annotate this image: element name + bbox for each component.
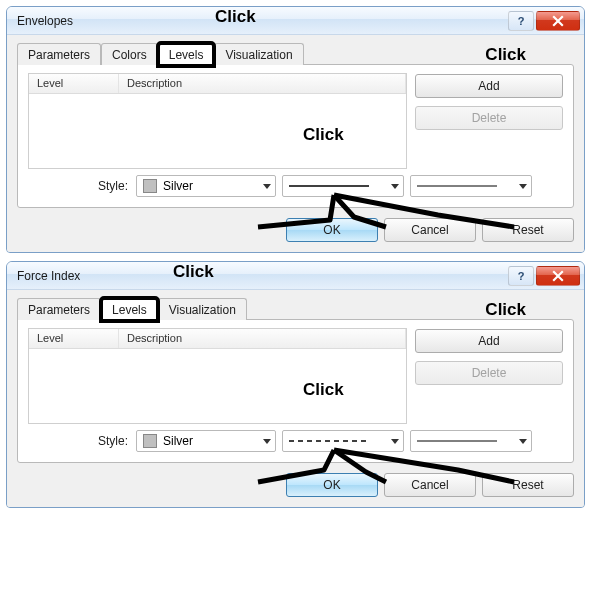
tab-colors[interactable]: Colors — [101, 43, 158, 65]
levels-list[interactable]: Level Description — [28, 328, 407, 424]
chevron-down-icon — [391, 439, 399, 444]
levels-list-header: Level Description — [29, 329, 406, 349]
ok-button[interactable]: OK — [286, 473, 378, 497]
close-icon — [552, 15, 564, 27]
chevron-down-icon — [519, 439, 527, 444]
linewidth-preview-icon — [417, 437, 497, 445]
chevron-down-icon — [263, 439, 271, 444]
tab-parameters[interactable]: Parameters — [17, 43, 101, 65]
style-label: Style: — [98, 434, 128, 448]
color-combo[interactable]: Silver — [136, 175, 276, 197]
force-index-dialog: Force Index ? Click Click Click Paramete… — [6, 261, 585, 508]
tab-levels[interactable]: Levels — [101, 298, 158, 321]
linestyle-preview-icon — [289, 182, 369, 190]
tab-panel: Level Description Add Delete Style: Silv… — [17, 319, 574, 463]
tab-visualization[interactable]: Visualization — [158, 298, 247, 320]
dialog-footer: OK Cancel Reset — [17, 473, 574, 497]
tab-visualization[interactable]: Visualization — [214, 43, 303, 65]
column-level[interactable]: Level — [29, 329, 119, 348]
column-description[interactable]: Description — [119, 74, 406, 93]
color-combo[interactable]: Silver — [136, 430, 276, 452]
cancel-button[interactable]: Cancel — [384, 218, 476, 242]
levels-list-header: Level Description — [29, 74, 406, 94]
style-label: Style: — [98, 179, 128, 193]
column-description[interactable]: Description — [119, 329, 406, 348]
tab-panel: Level Description Add Delete Style: Silv… — [17, 64, 574, 208]
linestyle-combo[interactable] — [282, 430, 404, 452]
add-button[interactable]: Add — [415, 74, 563, 98]
linestyle-combo[interactable] — [282, 175, 404, 197]
ok-button[interactable]: OK — [286, 218, 378, 242]
window-title: Force Index — [17, 269, 506, 283]
linewidth-preview-icon — [417, 182, 497, 190]
chevron-down-icon — [519, 184, 527, 189]
chevron-down-icon — [391, 184, 399, 189]
tab-levels[interactable]: Levels — [158, 43, 215, 66]
help-button[interactable]: ? — [508, 11, 534, 31]
delete-button: Delete — [415, 361, 563, 385]
close-button[interactable] — [536, 266, 580, 286]
dialog-footer: OK Cancel Reset — [17, 218, 574, 242]
color-swatch-icon — [143, 434, 157, 448]
delete-button: Delete — [415, 106, 563, 130]
linestyle-preview-icon — [289, 437, 369, 445]
color-name: Silver — [163, 434, 263, 448]
titlebar[interactable]: Force Index ? — [7, 262, 584, 290]
color-name: Silver — [163, 179, 263, 193]
envelopes-dialog: Envelopes ? Click Click Click Parameters… — [6, 6, 585, 253]
tab-parameters[interactable]: Parameters — [17, 298, 101, 320]
linewidth-combo[interactable] — [410, 430, 532, 452]
help-button[interactable]: ? — [508, 266, 534, 286]
chevron-down-icon — [263, 184, 271, 189]
reset-button[interactable]: Reset — [482, 473, 574, 497]
reset-button[interactable]: Reset — [482, 218, 574, 242]
window-title: Envelopes — [17, 14, 506, 28]
linewidth-combo[interactable] — [410, 175, 532, 197]
color-swatch-icon — [143, 179, 157, 193]
levels-list[interactable]: Level Description — [28, 73, 407, 169]
tab-strip: Parameters Colors Levels Visualization — [17, 41, 574, 65]
column-level[interactable]: Level — [29, 74, 119, 93]
cancel-button[interactable]: Cancel — [384, 473, 476, 497]
titlebar[interactable]: Envelopes ? — [7, 7, 584, 35]
close-icon — [552, 270, 564, 282]
close-button[interactable] — [536, 11, 580, 31]
add-button[interactable]: Add — [415, 329, 563, 353]
tab-strip: Parameters Levels Visualization — [17, 296, 574, 320]
